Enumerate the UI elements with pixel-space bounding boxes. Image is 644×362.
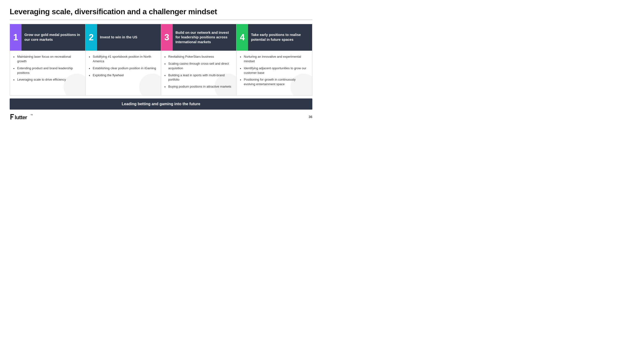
- column-4: 4Take early positions to realise potenti…: [236, 24, 312, 95]
- number-badge-1: 1: [10, 24, 22, 51]
- body-cell-2: Solidifying #1 sportsbook position in No…: [86, 51, 161, 95]
- list-item: Revitalising PokerStars business: [164, 54, 232, 59]
- header-cell-1: 1Grow our gold medal positions in our co…: [10, 24, 85, 51]
- list-item: Exploiting the flywheel: [89, 73, 156, 78]
- header-cell-3: 3Build on our network and invest for lea…: [161, 24, 236, 51]
- list-item: Identifying adjacent opportunities to gr…: [240, 66, 308, 75]
- list-item: Extending product and brand leadership p…: [13, 66, 81, 75]
- list-item: Positioning for growth in continuously e…: [240, 77, 308, 87]
- svg-text:TM: TM: [30, 114, 32, 116]
- number-badge-2: 2: [86, 24, 97, 51]
- page-number: 36: [308, 115, 312, 119]
- svg-rect-2: [10, 116, 13, 117]
- header-text-2: Invest to win in the US: [97, 24, 140, 51]
- list-item: Buying podium positions in attractive ma…: [164, 84, 232, 89]
- flutter-logo: lutter TM: [10, 113, 33, 121]
- number-badge-3: 3: [161, 24, 173, 51]
- strategy-grid: 1Grow our gold medal positions in our co…: [10, 24, 312, 96]
- page-title: Leveraging scale, diversification and a …: [10, 7, 312, 16]
- bottom-row: lutter TM 36: [10, 113, 312, 121]
- svg-text:lutter: lutter: [15, 114, 27, 120]
- body-cell-3: Revitalising PokerStars businessScaling …: [161, 51, 236, 95]
- divider: [10, 19, 312, 20]
- bullet-list-3: Revitalising PokerStars businessScaling …: [164, 54, 232, 89]
- bullet-list-2: Solidifying #1 sportsbook position in No…: [89, 54, 156, 77]
- list-item: Maintaining laser focus on recreational …: [13, 54, 81, 64]
- list-item: Nurturing an innovative and experimental…: [240, 54, 308, 64]
- header-text-4: Take early positions to realise potentia…: [248, 24, 312, 51]
- bullet-list-1: Maintaining laser focus on recreational …: [13, 54, 81, 82]
- header-text-3: Build on our network and invest for lead…: [173, 24, 236, 51]
- body-cell-4: Nurturing an innovative and experimental…: [236, 51, 312, 95]
- list-item: Building a lead in sports with multi-bra…: [164, 73, 232, 82]
- body-cell-1: Maintaining laser focus on recreational …: [10, 51, 85, 95]
- flutter-logo-svg: lutter TM: [10, 113, 33, 121]
- footer-bar: Leading betting and gaming into the futu…: [10, 98, 312, 110]
- list-item: Solidifying #1 sportsbook position in No…: [89, 54, 156, 64]
- column-3: 3Build on our network and invest for lea…: [161, 24, 237, 95]
- column-2: 2Invest to win in the USSolidifying #1 s…: [86, 24, 161, 95]
- list-item: Scaling casino through cross-sell and di…: [164, 61, 232, 71]
- column-1: 1Grow our gold medal positions in our co…: [10, 24, 86, 95]
- header-cell-4: 4Take early positions to realise potenti…: [236, 24, 312, 51]
- number-badge-4: 4: [236, 24, 248, 51]
- header-text-1: Grow our gold medal positions in our cor…: [22, 24, 85, 51]
- svg-rect-1: [10, 114, 14, 115]
- bullet-list-4: Nurturing an innovative and experimental…: [240, 54, 308, 87]
- header-cell-2: 2Invest to win in the US: [86, 24, 161, 51]
- list-item: Establishing clear podium position in iG…: [89, 66, 156, 71]
- list-item: Leveraging scale to drive efficiency: [13, 77, 81, 82]
- footer-text: Leading betting and gaming into the futu…: [122, 102, 200, 106]
